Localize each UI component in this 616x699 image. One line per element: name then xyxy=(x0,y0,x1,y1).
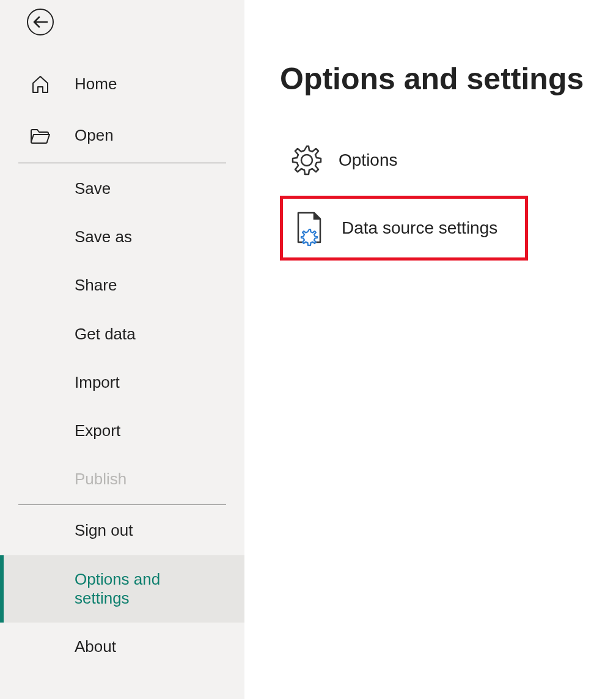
sidebar-item-about[interactable]: About xyxy=(0,623,244,671)
sidebar-divider xyxy=(18,505,226,505)
sidebar-divider xyxy=(18,163,226,163)
sidebar-item-saveas[interactable]: Save as xyxy=(0,213,244,261)
sidebar-item-import[interactable]: Import xyxy=(0,358,244,407)
svg-point-0 xyxy=(301,155,312,166)
sidebar-item-label: Publish xyxy=(75,470,127,489)
arrow-left-icon xyxy=(33,16,48,28)
sidebar-item-label: Sign out xyxy=(75,521,133,540)
home-icon xyxy=(29,73,51,95)
sidebar-item-label: Options and settings xyxy=(75,570,209,608)
option-label: Data source settings xyxy=(342,218,497,238)
sidebar-item-open[interactable]: Open xyxy=(0,110,244,161)
sidebar-item-getdata[interactable]: Get data xyxy=(0,310,244,358)
sidebar-item-label: Export xyxy=(75,421,120,440)
sidebar-item-signout[interactable]: Sign out xyxy=(0,506,244,555)
folder-icon xyxy=(29,125,51,147)
option-label: Options xyxy=(339,150,398,170)
sidebar-item-export[interactable]: Export xyxy=(0,407,244,455)
main-content: Options and settings Options Data source… xyxy=(244,0,616,699)
back-button[interactable] xyxy=(27,9,54,35)
sidebar-item-options-settings[interactable]: Options and settings xyxy=(0,555,244,623)
sidebar-item-label: Home xyxy=(75,75,117,94)
sidebar-item-label: Save xyxy=(75,179,111,198)
option-options[interactable]: Options xyxy=(280,131,528,190)
gear-icon xyxy=(288,142,325,179)
sidebar-item-label: Get data xyxy=(75,325,136,344)
sidebar-item-share[interactable]: Share xyxy=(0,261,244,309)
sidebar-item-label: Import xyxy=(75,373,120,392)
file-gear-icon xyxy=(292,210,328,246)
sidebar-item-label: About xyxy=(75,637,116,656)
sidebar-item-label: Open xyxy=(75,126,114,145)
sidebar-item-label: Save as xyxy=(75,227,132,246)
sidebar-item-label: Share xyxy=(75,276,117,295)
sidebar-item-home[interactable]: Home xyxy=(0,59,244,110)
sidebar: Home Open Save Save as Share Get data Im… xyxy=(0,0,244,699)
sidebar-item-publish: Publish xyxy=(0,455,244,503)
option-data-source-settings[interactable]: Data source settings xyxy=(280,196,528,261)
sidebar-item-save[interactable]: Save xyxy=(0,165,244,213)
page-title: Options and settings xyxy=(280,61,616,97)
